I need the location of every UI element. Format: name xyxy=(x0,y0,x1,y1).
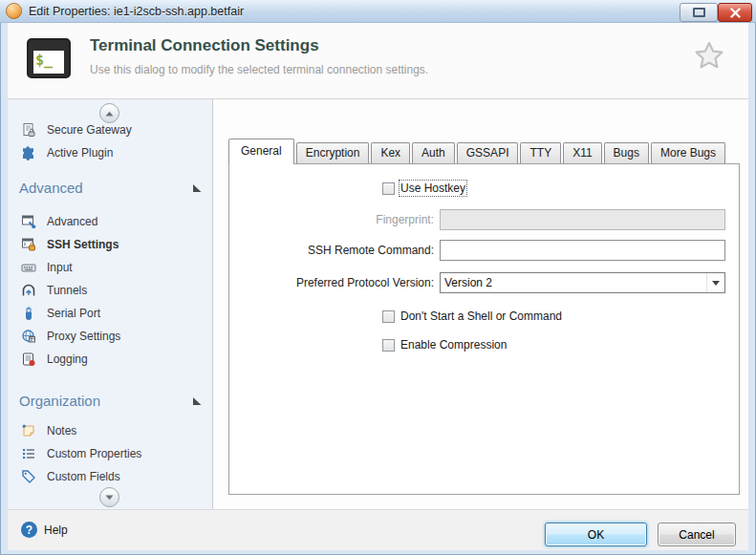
close-button[interactable] xyxy=(718,3,752,22)
tab-x11[interactable]: X11 xyxy=(563,142,601,163)
chevron-down-icon xyxy=(712,281,720,286)
section-collapse-icon[interactable] xyxy=(192,181,203,193)
content-area: General Encryption Kex Auth GSSAPI TTY X… xyxy=(212,99,748,509)
maximize-button[interactable] xyxy=(680,3,718,22)
sidebar-item-label: Input xyxy=(47,261,73,274)
titlebar[interactable]: Edit Properties: ie1-i2scb-ssh.app.betfa… xyxy=(0,0,756,23)
tag-icon xyxy=(21,469,36,484)
usb-icon xyxy=(21,306,36,321)
page-title: Terminal Connection Settings xyxy=(90,36,319,55)
list-icon xyxy=(21,446,36,461)
dropdown-arrow-button[interactable] xyxy=(706,273,724,292)
dont-start-shell-row: Don't Start a Shell or Command xyxy=(382,309,562,324)
page-subtitle: Use this dialog to modify the selected t… xyxy=(90,63,428,76)
sidebar-item-input[interactable]: Input xyxy=(21,258,73,277)
ssh-remote-command-input[interactable] xyxy=(440,240,725,261)
close-icon xyxy=(730,8,741,18)
enable-compression-label[interactable]: Enable Compression xyxy=(400,338,507,352)
dont-start-shell-label[interactable]: Don't Start a Shell or Command xyxy=(400,310,562,323)
tab-strip: General Encryption Kex Auth GSSAPI TTY X… xyxy=(228,139,727,163)
favorite-star-icon[interactable] xyxy=(691,38,727,78)
help-button[interactable]: ? Help xyxy=(21,522,68,538)
sidebar-item-notes[interactable]: Notes xyxy=(21,421,76,440)
enable-compression-checkbox[interactable] xyxy=(382,339,395,352)
sidebar-item-label: Logging xyxy=(47,352,88,366)
section-collapse-icon[interactable] xyxy=(192,395,203,406)
sidebar-item-tunnels[interactable]: Tunnels xyxy=(21,281,87,300)
log-icon xyxy=(21,352,36,367)
terminal-icon: $_ xyxy=(27,38,71,78)
tab-bugs[interactable]: Bugs xyxy=(604,142,649,163)
sidebar-item-logging[interactable]: Logging xyxy=(21,350,88,369)
cancel-button[interactable]: Cancel xyxy=(658,523,736,546)
sidebar-item-label: Custom Properties xyxy=(47,447,141,460)
tab-tty[interactable]: TTY xyxy=(520,142,561,163)
maximize-icon xyxy=(693,8,705,17)
sidebar-item-label: Secure Gateway xyxy=(47,123,132,137)
sidebar-item-label: Custom Fields xyxy=(47,470,120,483)
tab-auth[interactable]: Auth xyxy=(412,142,455,163)
sidebar-scroll-down-button[interactable] xyxy=(99,487,119,507)
sidebar-item-secure-gateway[interactable]: Secure Gateway xyxy=(21,120,132,139)
tab-more-bugs[interactable]: More Bugs xyxy=(651,142,725,163)
use-hostkey-label[interactable]: Use Hostkey xyxy=(400,181,465,195)
fingerprint-input xyxy=(440,209,725,230)
sidebar-item-ssh-settings[interactable]: SSH Settings xyxy=(21,235,119,254)
tab-general[interactable]: General xyxy=(228,139,294,164)
sidebar: Secure Gateway Active Plugin Advanced Ad… xyxy=(8,99,212,509)
globe-icon xyxy=(21,329,36,344)
fingerprint-label: Fingerprint: xyxy=(229,209,434,230)
tab-encryption[interactable]: Encryption xyxy=(296,142,370,163)
sidebar-item-label: Serial Port xyxy=(47,307,100,320)
sidebar-item-label: Advanced xyxy=(47,215,97,228)
preferred-protocol-label: Preferred Protocol Version: xyxy=(229,272,434,293)
plugin-icon xyxy=(21,145,36,160)
tunnel-icon xyxy=(21,283,36,298)
secure-gateway-icon xyxy=(21,122,36,138)
tab-panel-general: Use Hostkey Fingerprint: SSH Remote Comm… xyxy=(228,163,740,495)
sidebar-item-serial-port[interactable]: Serial Port xyxy=(21,304,100,323)
help-icon: ? xyxy=(21,522,37,538)
sidebar-item-label: SSH Settings xyxy=(47,238,119,251)
enable-compression-row: Enable Compression xyxy=(382,337,507,352)
dialog-footer: ? Help OK Cancel xyxy=(8,509,748,550)
ssh-settings-icon xyxy=(21,237,36,252)
advanced-icon xyxy=(21,214,36,229)
help-label: Help xyxy=(44,523,68,537)
sidebar-item-label: Proxy Settings xyxy=(47,330,120,343)
sidebar-section-organization[interactable]: Organization xyxy=(19,391,203,410)
dialog-header: $_ Terminal Connection Settings Use this… xyxy=(8,23,748,99)
sidebar-item-active-plugin[interactable]: Active Plugin xyxy=(21,143,113,162)
dont-start-shell-checkbox[interactable] xyxy=(382,310,395,323)
app-icon xyxy=(6,3,22,19)
edit-properties-dialog: Edit Properties: ie1-i2scb-ssh.app.betfa… xyxy=(0,0,756,555)
tab-gssapi[interactable]: GSSAPI xyxy=(457,142,519,163)
chevron-up-icon xyxy=(105,111,114,117)
ssh-remote-command-label: SSH Remote Command: xyxy=(229,240,434,261)
chevron-down-icon xyxy=(105,495,114,501)
sidebar-item-advanced[interactable]: Advanced xyxy=(21,212,97,231)
sidebar-section-advanced[interactable]: Advanced xyxy=(19,178,203,197)
sidebar-item-custom-fields[interactable]: Custom Fields xyxy=(21,467,120,486)
sidebar-item-label: Notes xyxy=(47,424,76,438)
use-hostkey-checkbox[interactable] xyxy=(382,182,395,195)
note-icon xyxy=(21,423,36,438)
sidebar-item-label: Tunnels xyxy=(47,284,87,297)
keyboard-icon xyxy=(21,260,36,275)
sidebar-item-custom-properties[interactable]: Custom Properties xyxy=(21,444,141,463)
sidebar-item-label: Active Plugin xyxy=(47,146,113,160)
preferred-protocol-value: Version 2 xyxy=(441,276,706,289)
window-title: Edit Properties: ie1-i2scb-ssh.app.betfa… xyxy=(29,5,244,18)
sidebar-item-proxy-settings[interactable]: Proxy Settings xyxy=(21,327,120,346)
ok-button[interactable]: OK xyxy=(545,523,647,546)
use-hostkey-row: Use Hostkey xyxy=(382,181,465,196)
preferred-protocol-select[interactable]: Version 2 xyxy=(440,272,725,293)
tab-kex[interactable]: Kex xyxy=(371,142,410,163)
